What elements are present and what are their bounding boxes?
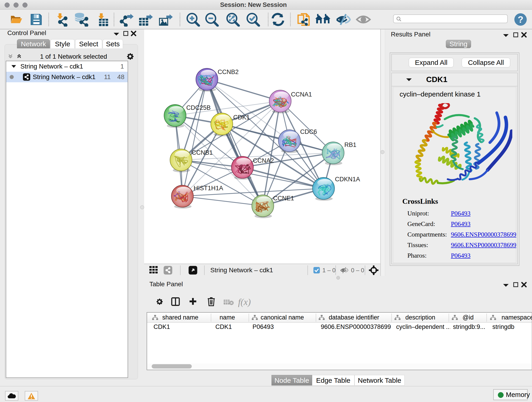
svg-text:CDC6: CDC6 (300, 128, 317, 135)
svg-text:RB1: RB1 (344, 141, 356, 148)
svg-text:CCNB1: CCNB1 (192, 149, 213, 156)
svg-text:CCNE1: CCNE1 (273, 195, 294, 202)
svg-text:?: ? (518, 14, 523, 25)
svg-text:CDKN1A: CDKN1A (335, 176, 360, 183)
svg-text:CDC25B: CDC25B (186, 104, 211, 111)
svg-text:CCNA1: CCNA1 (291, 91, 312, 98)
svg-text:CCNA2: CCNA2 (253, 157, 274, 164)
svg-text:HIST1H1A: HIST1H1A (194, 185, 223, 191)
svg-text:CCNB2: CCNB2 (218, 69, 239, 75)
svg-text:CDK1: CDK1 (233, 114, 250, 121)
